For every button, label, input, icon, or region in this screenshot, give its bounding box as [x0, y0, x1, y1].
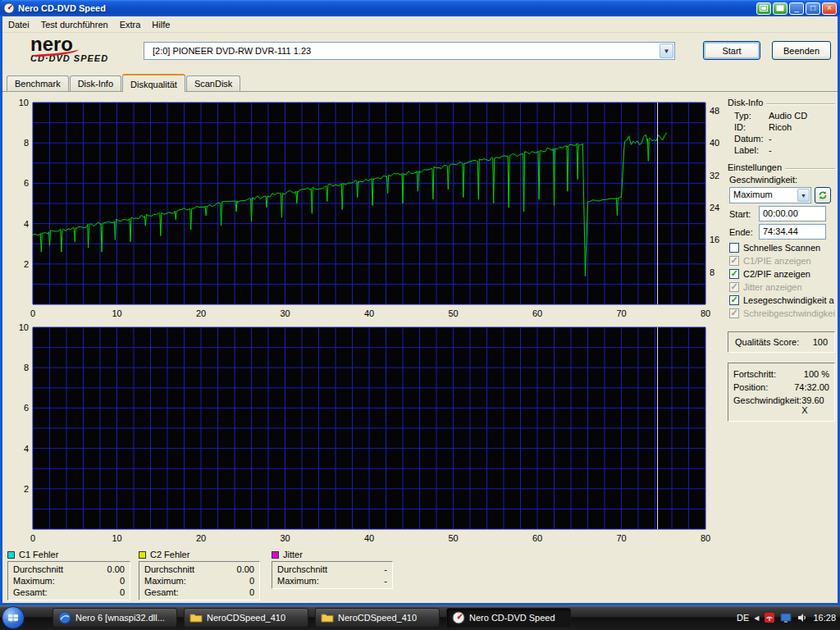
checkbox-schnelles-scannen[interactable]: ✓ Schnelles Scannen — [729, 243, 835, 253]
minimize-icon: _ — [794, 4, 799, 12]
antivirus-tray-icon[interactable] — [764, 612, 775, 623]
capture-window-icon — [760, 5, 768, 11]
drive-select[interactable]: [2:0] PIONEER DVD-RW DVR-111 1.23 ▼ — [144, 42, 675, 60]
svg-text:0: 0 — [30, 308, 35, 318]
scan-end-input[interactable]: 74:34.44 — [759, 224, 826, 240]
window-title: Nero CD-DVD Speed — [18, 3, 755, 13]
progress-row: Position:74:32.00 — [733, 381, 829, 394]
capture-screen-button[interactable] — [773, 2, 788, 15]
disk-date-value: - — [769, 134, 772, 144]
minimize-button[interactable]: _ — [789, 2, 804, 15]
close-button[interactable]: × — [822, 2, 837, 15]
disk-label-value: - — [769, 145, 772, 155]
titlebar[interactable]: Nero CD-DVD Speed _ □ × — [0, 0, 840, 16]
tab-benchmark[interactable]: Benchmark — [7, 75, 69, 91]
c2-max-value: 0 — [249, 576, 254, 586]
checkbox-box: ✓ — [729, 308, 739, 318]
language-indicator[interactable]: DE — [737, 613, 749, 623]
check-icon: ✓ — [730, 256, 737, 266]
system-tray: DE ◀ 16:28 — [737, 605, 836, 630]
menu-test-durchfuehren[interactable]: Test durchführen — [35, 17, 114, 32]
check-icon: ✓ — [730, 269, 737, 279]
svg-text:30: 30 — [280, 308, 290, 318]
tab-strip: Benchmark Disk-Info Diskqualität ScanDis… — [2, 74, 838, 91]
quality-score-value: 100 — [813, 337, 828, 347]
checkbox-jitter-anzeigen[interactable]: ✓ Jitter anzeigen — [729, 282, 835, 292]
progress-value: 100 % — [804, 369, 829, 379]
chevron-down-icon[interactable]: ▼ — [660, 43, 673, 58]
chevron-down-icon[interactable]: ▼ — [797, 189, 810, 202]
checkbox-box: ✓ — [729, 256, 739, 266]
start-test-button[interactable]: Start — [703, 41, 760, 60]
svg-text:70: 70 — [616, 533, 626, 543]
windows-logo-icon — [7, 611, 20, 624]
svg-text:24: 24 — [710, 203, 719, 212]
menu-bar: Datei Test durchführen Extra Hilfe — [2, 16, 838, 33]
nero-app-icon — [58, 611, 71, 624]
svg-text:8: 8 — [24, 138, 29, 148]
checkbox-c2-pif-anzeigen[interactable]: ✓ C2/PIF anzeigen — [729, 269, 835, 279]
tray-chevron-icon[interactable]: ◀ — [754, 614, 759, 622]
taskbar-button-nerocdspeed-1[interactable]: NeroCDSpeed_410 — [184, 608, 308, 628]
svg-text:32: 32 — [710, 171, 719, 180]
c2-total-value: 0 — [249, 587, 254, 597]
tab-scandisk[interactable]: ScanDisk — [186, 75, 240, 91]
speed-label: Geschwindigkeit: — [729, 175, 835, 185]
tab-disk-info[interactable]: Disk-Info — [70, 75, 121, 91]
legend-c1-fehler: C1 Fehler Durchschnitt0.00 Maximum:0 Ges… — [7, 549, 130, 600]
check-icon: ✓ — [730, 282, 737, 292]
capture-window-button[interactable] — [756, 2, 771, 15]
svg-text:40: 40 — [710, 138, 719, 148]
svg-text:8: 8 — [710, 267, 714, 277]
svg-text:50: 50 — [448, 533, 458, 543]
start-menu-button[interactable] — [2, 606, 25, 629]
speed-select[interactable]: Maximum ▼ — [729, 187, 811, 203]
svg-text:60: 60 — [532, 533, 542, 543]
svg-text:50: 50 — [448, 308, 458, 318]
volume-tray-icon[interactable] — [797, 612, 808, 623]
tab-diskqualitaet[interactable]: Diskqualität — [122, 74, 185, 92]
checkbox-box: ✓ — [729, 295, 739, 305]
jitter-avg-value: - — [384, 564, 387, 574]
speed-value: 39.60 X — [801, 395, 829, 415]
disk-info-group-title: Disk-Info — [728, 98, 835, 107]
quit-button[interactable]: Beenden — [772, 41, 831, 60]
refresh-speed-button[interactable] — [815, 187, 831, 203]
disk-info-row: Label:- — [728, 144, 835, 156]
checkbox-box: ✓ — [729, 269, 739, 279]
svg-text:60: 60 — [532, 308, 542, 318]
folder-icon — [189, 611, 203, 624]
disk-id-value: Ricoh — [769, 122, 792, 132]
progress-row: Fortschritt:100 % — [733, 368, 829, 381]
speed-gauge-icon — [452, 611, 465, 624]
disk-type-value: Audio CD — [769, 111, 807, 121]
svg-text:40: 40 — [364, 308, 374, 318]
capture-screen-icon — [776, 5, 784, 11]
app-tray-icon[interactable] — [780, 612, 792, 623]
scan-start-input[interactable]: 00:00.00 — [759, 206, 826, 221]
svg-text:48: 48 — [710, 106, 719, 116]
taskbar-button-nerocdspeed-2[interactable]: NeroCDSpeed_410 — [315, 608, 440, 628]
checkbox-c1-pie-anzeigen[interactable]: ✓ C1/PIE anzeigen — [729, 256, 835, 266]
taskbar-button-cdspeed-active[interactable]: Nero CD-DVD Speed — [446, 608, 571, 628]
checkbox-schreibgeschwindigkeit[interactable]: ✓ Schreibgeschwindigkei — [729, 308, 835, 318]
c1-avg-value: 0.00 — [107, 564, 125, 574]
clock[interactable]: 16:28 — [813, 613, 836, 623]
svg-text:16: 16 — [710, 235, 719, 244]
svg-text:20: 20 — [196, 308, 206, 318]
error-chart: 01020304050607080246810 — [5, 322, 727, 546]
menu-datei[interactable]: Datei — [2, 17, 35, 32]
menu-extra[interactable]: Extra — [114, 17, 147, 32]
svg-text:10: 10 — [19, 322, 29, 332]
quality-score-box: Qualitäts Score: 100 — [728, 331, 835, 353]
svg-text:40: 40 — [364, 533, 374, 543]
menu-hilfe[interactable]: Hilfe — [146, 17, 176, 32]
maximize-button[interactable]: □ — [806, 2, 820, 15]
position-value: 74:32.00 — [794, 382, 829, 392]
checkbox-lesegeschwindigkeit[interactable]: ✓ Lesegeschwindigkeit a — [729, 295, 835, 305]
taskbar-button-nero6[interactable]: Nero 6 [wnaspi32.dll... — [52, 608, 177, 628]
app-icon — [3, 2, 15, 14]
scan-start-label: Start: — [729, 209, 759, 219]
svg-text:10: 10 — [19, 98, 29, 107]
svg-text:70: 70 — [616, 308, 626, 318]
